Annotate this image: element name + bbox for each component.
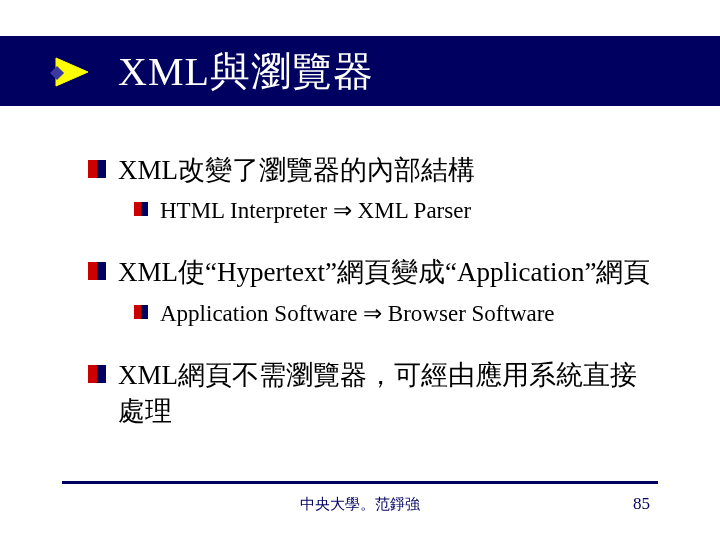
svg-rect-5: [141, 202, 148, 216]
svg-rect-3: [97, 160, 106, 178]
footer-divider: [62, 481, 658, 484]
bullet-main: XML改變了瀏覽器的內部結構: [88, 152, 660, 188]
footer-text: 中央大學。范錚強: [0, 495, 720, 514]
bullet-icon: [134, 305, 148, 319]
bullet-icon: [88, 262, 106, 280]
bullet-text: XML網頁不需瀏覽器，可經由應用系統直接處理: [118, 357, 660, 430]
bullet-icon: [88, 160, 106, 178]
slide-title: XML與瀏覽器: [118, 44, 374, 99]
bullet-main: XML使“Hypertext”網頁變成“Application”網頁: [88, 254, 660, 290]
title-arrow-icon: [50, 54, 94, 94]
bullet-icon: [88, 365, 106, 383]
page-number: 85: [633, 494, 650, 514]
svg-rect-6: [88, 262, 97, 280]
bullet-text: XML改變了瀏覽器的內部結構: [118, 152, 475, 188]
title-bar: XML與瀏覽器: [0, 36, 720, 106]
svg-rect-11: [97, 365, 106, 383]
bullet-icon: [134, 202, 148, 216]
svg-rect-10: [88, 365, 97, 383]
bullet-main: XML網頁不需瀏覽器，可經由應用系統直接處理: [88, 357, 660, 430]
svg-rect-4: [134, 202, 141, 216]
svg-rect-8: [134, 305, 141, 319]
svg-rect-7: [97, 262, 106, 280]
bullet-text: XML使“Hypertext”網頁變成“Application”網頁: [118, 254, 650, 290]
svg-rect-9: [141, 305, 148, 319]
bullet-sub-text: HTML Interpreter ⇒ XML Parser: [160, 196, 471, 226]
svg-rect-2: [88, 160, 97, 178]
bullet-sub: Application Software ⇒ Browser Software: [134, 299, 660, 329]
content-area: XML改變了瀏覽器的內部結構 HTML Interpreter ⇒ XML Pa…: [0, 106, 720, 430]
bullet-sub: HTML Interpreter ⇒ XML Parser: [134, 196, 660, 226]
bullet-sub-text: Application Software ⇒ Browser Software: [160, 299, 555, 329]
